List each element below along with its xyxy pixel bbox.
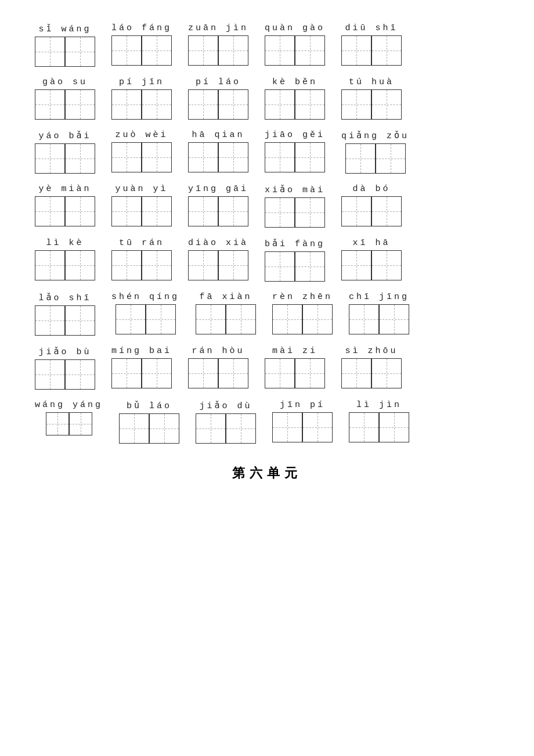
pinyin-0-3: quàn gào: [265, 23, 325, 33]
char-box-1-1-1: [142, 89, 172, 120]
char-box-0-4-1: [371, 35, 402, 66]
char-box-6-3-1: [295, 358, 325, 388]
word-row-0: sǐ wángláo fángzuān jìnquàn gàodiū shī: [35, 23, 499, 67]
word-row-2: yáo bǎizuò wèihā qianjiāo gěiqiǎng zǒu: [35, 130, 499, 174]
char-box-1-1-0: [111, 89, 142, 120]
word-group-2-0: yáo bǎi: [35, 130, 95, 174]
char-boxes-5-1: [116, 304, 176, 334]
char-box-5-4-1: [379, 304, 409, 334]
word-row-1: gào supí jīnpí láokè běntú huà: [35, 77, 499, 120]
word-group-7-2: jiǎo dù: [196, 400, 256, 444]
pinyin-0-0: sǐ wáng: [38, 23, 91, 34]
word-row-7: wáng yángbǔ láojiǎo dùjīn pílì jìn: [35, 400, 499, 444]
word-group-2-3: jiāo gěi: [265, 130, 325, 172]
char-box-4-4-0: [341, 250, 371, 280]
char-boxes-3-2: [188, 196, 248, 226]
char-boxes-0-3: [265, 35, 325, 66]
char-boxes-6-3: [265, 358, 325, 388]
page: sǐ wángláo fángzuān jìnquàn gàodiū shīgà…: [35, 23, 499, 482]
pinyin-4-4: xī hā: [353, 238, 391, 248]
char-boxes-1-2: [188, 89, 248, 120]
char-boxes-2-1: [111, 142, 172, 172]
pinyin-6-3: mài zi: [272, 346, 317, 356]
char-box-3-2-0: [188, 196, 218, 226]
char-box-4-3-1: [295, 251, 325, 282]
char-box-4-2-1: [218, 250, 248, 280]
char-box-6-1-1: [142, 358, 172, 388]
char-box-0-0-0: [35, 37, 65, 67]
char-box-2-3-0: [265, 142, 295, 172]
word-row-3: yè miànyuàn yìyīng gāixiǎo màidà bó: [35, 184, 499, 228]
char-boxes-0-0: [35, 37, 95, 67]
pinyin-3-4: dà bó: [353, 184, 391, 194]
word-group-0-2: zuān jìn: [188, 23, 248, 66]
char-boxes-5-0: [35, 305, 95, 336]
char-box-2-1-0: [111, 142, 142, 172]
word-group-6-1: míng bai: [111, 346, 172, 388]
word-group-6-2: rán hòu: [188, 346, 248, 388]
char-boxes-4-3: [265, 251, 325, 282]
pinyin-3-0: yè miàn: [38, 184, 91, 194]
char-box-2-1-1: [142, 142, 172, 172]
char-boxes-2-4: [345, 143, 406, 174]
char-box-1-3-0: [265, 89, 295, 120]
char-boxes-2-2: [188, 142, 248, 172]
char-boxes-3-1: [111, 196, 172, 226]
pinyin-5-3: rèn zhēn: [272, 292, 333, 302]
char-box-4-0-0: [35, 250, 65, 280]
char-box-7-0-0: [46, 412, 69, 435]
word-group-1-1: pí jīn: [111, 77, 172, 120]
word-group-5-2: fā xiàn: [196, 292, 256, 334]
char-boxes-4-4: [341, 250, 402, 280]
word-group-2-1: zuò wèi: [111, 130, 172, 172]
char-box-7-2-0: [196, 413, 226, 444]
pinyin-2-1: zuò wèi: [115, 130, 168, 140]
word-group-0-4: diū shī: [341, 23, 402, 66]
word-group-6-3: mài zi: [265, 346, 325, 388]
char-boxes-5-3: [272, 304, 333, 334]
char-box-5-3-0: [272, 304, 302, 334]
char-box-0-0-1: [65, 37, 95, 67]
pinyin-2-2: hā qian: [192, 130, 244, 140]
word-group-0-1: láo fáng: [111, 23, 172, 66]
char-box-7-4-1: [379, 412, 409, 442]
char-boxes-1-0: [35, 89, 95, 120]
char-box-7-2-1: [226, 413, 256, 444]
pinyin-7-1: bǔ láo: [127, 400, 172, 411]
char-boxes-7-2: [196, 413, 256, 444]
char-boxes-1-3: [265, 89, 325, 120]
pinyin-4-0: lì kè: [46, 238, 84, 248]
char-boxes-4-1: [111, 250, 172, 280]
pinyin-5-2: fā xiàn: [200, 292, 252, 302]
char-box-4-0-1: [65, 250, 95, 280]
char-boxes-3-0: [35, 196, 95, 226]
pinyin-2-0: yáo bǎi: [38, 130, 91, 141]
char-boxes-6-0: [35, 359, 95, 390]
char-box-4-2-0: [188, 250, 218, 280]
char-box-7-4-0: [349, 412, 379, 442]
pinyin-6-4: sì zhōu: [345, 346, 398, 356]
char-box-3-3-0: [265, 197, 295, 228]
word-group-7-0: wáng yáng: [35, 400, 103, 435]
char-box-0-2-0: [188, 35, 218, 66]
pinyin-3-2: yīng gāi: [188, 184, 248, 194]
char-boxes-0-1: [111, 35, 172, 66]
word-group-3-0: yè miàn: [35, 184, 95, 226]
word-group-4-3: bǎi fàng: [265, 238, 325, 282]
char-box-0-1-1: [142, 35, 172, 66]
pinyin-3-1: yuàn yì: [115, 184, 168, 194]
word-group-1-2: pí láo: [188, 77, 248, 120]
char-box-4-1-0: [111, 250, 142, 280]
pinyin-1-0: gào su: [42, 77, 88, 87]
char-box-6-1-0: [111, 358, 142, 388]
char-boxes-7-0: [46, 412, 92, 435]
char-box-1-3-1: [295, 89, 325, 120]
char-box-5-1-0: [116, 304, 146, 334]
char-boxes-7-3: [272, 412, 333, 442]
char-box-2-2-0: [188, 142, 218, 172]
pinyin-6-2: rán hòu: [192, 346, 245, 356]
pinyin-1-2: pí láo: [196, 77, 241, 87]
pinyin-7-4: lì jìn: [356, 400, 402, 410]
char-box-3-4-1: [371, 196, 402, 226]
pinyin-1-3: kè běn: [272, 77, 317, 87]
